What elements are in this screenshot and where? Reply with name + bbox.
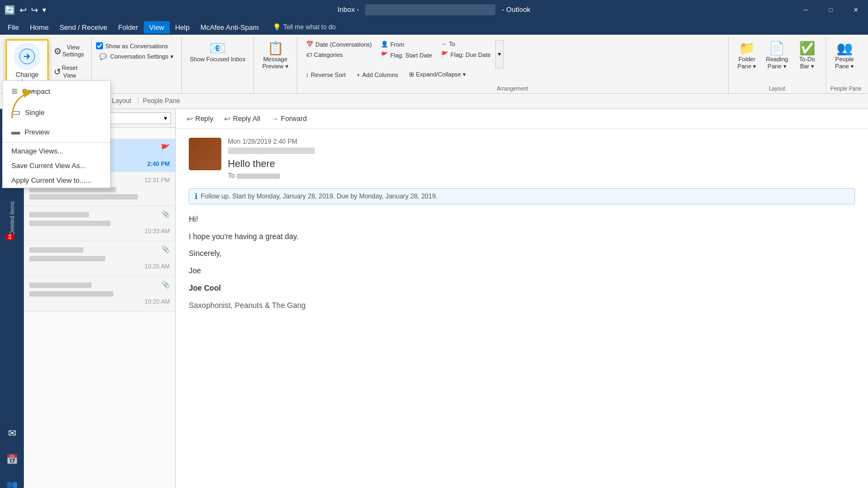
nav-mail[interactable]: ✉ bbox=[0, 421, 24, 445]
deleted-items-label[interactable]: Deleted Items 44 bbox=[9, 194, 15, 242]
forward-button[interactable]: → Forward bbox=[267, 112, 311, 125]
tell-me[interactable]: 💡 Tell me what to do bbox=[273, 23, 336, 31]
email-5-attachment-icon: 📎 bbox=[162, 281, 170, 290]
email-header-row: Mon 1/28/2019 2:40 PM Hello there To bbox=[189, 138, 855, 182]
scroll-down-icon: ▼ bbox=[497, 52, 502, 57]
view-settings-button[interactable]: ⚙ ViewSettings bbox=[50, 41, 88, 61]
nav-people[interactable]: 👥 bbox=[0, 473, 24, 488]
customize-icon[interactable]: ▾ bbox=[42, 5, 46, 14]
focused-inbox-label: Show Focused Inbox bbox=[190, 56, 246, 63]
reverse-sort-btn[interactable]: ↕ Reverse Sort bbox=[302, 69, 350, 80]
email-item-3[interactable]: 📎 10:33 AM bbox=[24, 206, 175, 241]
email-5-time-row: 10:20 AM bbox=[29, 298, 170, 307]
menu-file[interactable]: File bbox=[2, 21, 24, 34]
people-pane-button[interactable]: 👥 PeoplePane ▾ bbox=[831, 39, 859, 73]
close-btn[interactable]: ✕ bbox=[843, 0, 868, 20]
arrangement-col1: 📅 Date (Conversations) 🏷 Categories bbox=[302, 39, 376, 60]
email-item-4[interactable]: 📎 10:26 AM bbox=[24, 241, 175, 277]
undo-icon[interactable]: ↩ bbox=[20, 5, 27, 15]
add-columns-icon: + bbox=[356, 72, 360, 78]
ribbon-group-layout: 📁 FolderPane ▾ 📄 ReadingPane ▾ ✅ To-DoBa… bbox=[729, 37, 826, 93]
reply-all-button[interactable]: ↩ Reply All bbox=[220, 112, 265, 125]
show-conversations-check[interactable] bbox=[96, 42, 103, 49]
people-pane-sublabel: People Pane bbox=[138, 97, 184, 105]
mail-icon: ✉ bbox=[2, 423, 22, 443]
to-btn[interactable]: → To bbox=[437, 39, 495, 49]
deleted-badge: 44 bbox=[5, 234, 14, 240]
focused-inbox-group-label bbox=[186, 91, 250, 93]
menu-folder[interactable]: Folder bbox=[113, 21, 144, 34]
apply-view-option[interactable]: Apply Current View to...... bbox=[3, 173, 110, 188]
categories-icon: 🏷 bbox=[306, 52, 312, 58]
menu-mcafee[interactable]: McAfee Anti-Spam bbox=[195, 21, 264, 34]
email-subject: Hello there bbox=[228, 158, 855, 170]
save-view-option[interactable]: Save Current View As... bbox=[3, 158, 110, 173]
message-preview-group-label bbox=[258, 91, 292, 93]
greeting-line: Hi! bbox=[189, 213, 855, 226]
menu-help[interactable]: Help bbox=[170, 21, 195, 34]
ribbon-group-message-preview: 📋 MessagePreview ▾ bbox=[254, 37, 297, 93]
minimize-btn[interactable]: ─ bbox=[793, 0, 818, 20]
reply-all-icon: ↩ bbox=[224, 114, 231, 123]
redo-icon[interactable]: ↪ bbox=[31, 5, 38, 15]
conversation-settings-button[interactable]: 💬 Conversation Settings ▾ bbox=[96, 52, 177, 62]
maximize-btn[interactable]: □ bbox=[818, 0, 843, 20]
reading-pane-button[interactable]: 📄 ReadingPane ▾ bbox=[762, 39, 792, 73]
folder-pane-button[interactable]: 📁 FolderPane ▾ bbox=[733, 39, 761, 73]
expand-collapse-icon: ⊞ bbox=[409, 71, 414, 78]
todo-bar-button[interactable]: ✅ To-DoBar ▾ bbox=[793, 39, 821, 73]
message-preview-icon: 📋 bbox=[267, 42, 284, 55]
add-columns-btn[interactable]: + Add Columns bbox=[352, 69, 402, 80]
email-5-header: 📎 bbox=[29, 281, 170, 290]
focused-inbox-button[interactable]: 📧 Show Focused Inbox bbox=[186, 39, 250, 66]
app-title: Inbox - - Outlook bbox=[337, 4, 531, 15]
conversation-settings-icon: 💬 bbox=[99, 53, 107, 60]
calendar-icon: 📅 bbox=[2, 450, 22, 469]
message-preview-button[interactable]: 📋 MessagePreview ▾ bbox=[258, 39, 292, 73]
reply-button[interactable]: ↩ Reply bbox=[182, 112, 218, 125]
to-value-placeholder bbox=[237, 174, 280, 179]
reset-view-button[interactable]: ↺ ResetView bbox=[50, 62, 88, 81]
change-view-icon bbox=[14, 43, 41, 70]
signature-title: Saxophonist, Peanuts & The Gang bbox=[189, 299, 855, 312]
sender-avatar bbox=[189, 138, 221, 170]
categories-btn[interactable]: 🏷 Categories bbox=[302, 50, 376, 60]
layout-sublabel: Layout bbox=[107, 97, 136, 105]
to-icon: → bbox=[441, 41, 447, 47]
date-conv-icon: 📅 bbox=[306, 41, 314, 48]
flag-start-btn[interactable]: 🚩 Flag: Start Date bbox=[376, 50, 437, 60]
preview-view-option[interactable]: ▬ Preview bbox=[3, 123, 110, 141]
title-search[interactable] bbox=[365, 4, 495, 15]
flag-due-btn[interactable]: 🚩 Flag: Due Date bbox=[437, 49, 495, 60]
menu-send-receive[interactable]: Send / Receive bbox=[54, 21, 113, 34]
email-1-time: 2:40 PM bbox=[147, 160, 170, 167]
email-1-flag: 🚩 bbox=[161, 144, 170, 152]
view-settings-icon: ⚙ bbox=[54, 46, 61, 56]
email-4-subject-placeholder bbox=[29, 256, 105, 261]
from-btn[interactable]: 👤 From bbox=[376, 39, 437, 49]
email-item-5[interactable]: 📎 10:20 AM bbox=[24, 277, 175, 312]
expand-collapse-btn[interactable]: ⊞ Expand/Collapse ▾ bbox=[405, 69, 470, 80]
sync-icon[interactable]: 🔄 bbox=[4, 5, 15, 15]
arrangement-scroll-arrow[interactable]: ▼ bbox=[495, 40, 504, 68]
date-conversations-btn[interactable]: 📅 Date (Conversations) bbox=[302, 39, 376, 49]
follow-up-bar: ℹ Follow up. Start by Monday, January 28… bbox=[189, 188, 855, 204]
signature-name: Joe Cool bbox=[189, 282, 855, 295]
preview-view-icon: ▬ bbox=[11, 127, 20, 137]
reply-icon: ↩ bbox=[187, 114, 193, 123]
menu-view[interactable]: View bbox=[144, 21, 170, 34]
menu-home[interactable]: Home bbox=[24, 21, 54, 34]
show-conversations-checkbox[interactable]: Show as Conversations bbox=[96, 41, 168, 50]
email-meta: Mon 1/28/2019 2:40 PM Hello there To bbox=[228, 138, 855, 182]
email-2-preview-placeholder bbox=[29, 194, 138, 200]
focused-inbox-icon: 📧 bbox=[209, 42, 226, 55]
email-body: Hi! I hope you're having a great day. Si… bbox=[189, 213, 855, 312]
body-line1: I hope you're having a great day. bbox=[189, 230, 855, 243]
manage-views-option[interactable]: Manage Views... bbox=[3, 144, 110, 158]
ribbon: ChangeView ▾ ⚙ ViewSettings ↺ bbox=[0, 35, 868, 94]
flag-due-icon: 🚩 bbox=[441, 51, 449, 58]
layout-buttons: 📁 FolderPane ▾ 📄 ReadingPane ▾ ✅ To-DoBa… bbox=[733, 37, 821, 85]
nav-calendar[interactable]: 📅 bbox=[0, 447, 24, 471]
quick-access-toolbar: 🔄 ↩ ↪ ▾ bbox=[4, 5, 46, 15]
ribbon-group-arrangement: 📅 Date (Conversations) 🏷 Categories 👤 Fr… bbox=[297, 37, 729, 93]
